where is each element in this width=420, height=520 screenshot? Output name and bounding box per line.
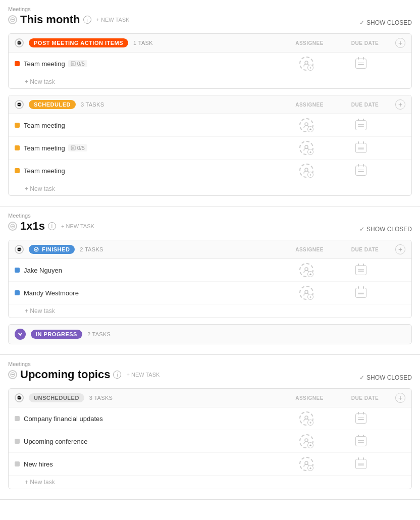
- due-cell[interactable]: [336, 120, 386, 130]
- calendar-icon[interactable]: [355, 265, 366, 275]
- section-1x1s: Meetings 1x1s i + NEW TASK ✓ SHOW CLOSED: [0, 206, 420, 355]
- subtask-badge: 0/5: [68, 60, 87, 67]
- new-task-inline-2[interactable]: + New task: [9, 182, 411, 195]
- add-col-btn-4[interactable]: +: [395, 393, 405, 403]
- calendar-icon[interactable]: [355, 59, 366, 69]
- avatar-plus-icon: +: [307, 172, 313, 178]
- svg-point-27: [305, 416, 308, 419]
- avatar-add[interactable]: +: [299, 457, 313, 471]
- col-due-label-1: DUE DATE: [340, 40, 390, 46]
- avatar-add[interactable]: +: [299, 141, 313, 155]
- col-due-label-3: DUE DATE: [340, 247, 390, 252]
- avatar-add[interactable]: +: [299, 263, 313, 277]
- calendar-icon[interactable]: [355, 288, 366, 298]
- new-task-btn-2[interactable]: + NEW TASK: [59, 222, 96, 230]
- avatar-add[interactable]: +: [299, 411, 313, 426]
- assignee-cell[interactable]: +: [281, 164, 332, 178]
- task-dot: [15, 61, 20, 66]
- assignee-cell[interactable]: +: [281, 118, 332, 132]
- calendar-icon[interactable]: [355, 120, 366, 130]
- assignee-cell[interactable]: +: [281, 411, 332, 426]
- due-cell[interactable]: [336, 459, 386, 469]
- tasks-count-unscheduled: 3 TASKS: [89, 395, 113, 401]
- info-icon-3[interactable]: i: [113, 371, 121, 379]
- col-assignee-label-4: ASSIGNEE: [284, 395, 335, 401]
- task-name: Company financial updates: [24, 415, 277, 423]
- avatar-add[interactable]: +: [299, 164, 313, 178]
- collapse-btn-2[interactable]: [8, 222, 17, 231]
- task-name: New hires: [24, 460, 277, 468]
- due-cell[interactable]: [336, 166, 386, 176]
- info-icon-2[interactable]: i: [48, 222, 56, 230]
- new-task-btn-3[interactable]: + NEW TASK: [124, 371, 162, 379]
- col-assignee-label-3: ASSIGNEE: [284, 247, 335, 252]
- assignee-cell[interactable]: +: [281, 141, 332, 155]
- group-header-unscheduled: UNSCHEDULED 3 TASKS ASSIGNEE DUE DATE +: [9, 389, 411, 407]
- info-icon-1[interactable]: i: [83, 16, 91, 24]
- avatar-plus-icon: +: [307, 65, 313, 71]
- avatar-add[interactable]: +: [299, 286, 313, 300]
- svg-point-7: [305, 61, 308, 64]
- assignee-cell[interactable]: +: [281, 286, 332, 300]
- calendar-icon[interactable]: [355, 436, 366, 446]
- task-row: Upcoming conference +: [9, 430, 411, 453]
- task-row: Mandy Westmoore +: [9, 282, 411, 304]
- assignee-cell[interactable]: +: [281, 434, 332, 448]
- tasks-count-post-meeting: 1 TASK: [133, 40, 153, 46]
- avatar-add[interactable]: +: [299, 118, 313, 132]
- section-title-1: This month: [20, 13, 80, 26]
- show-closed-btn-1[interactable]: ✓ SHOW CLOSED: [359, 19, 412, 26]
- avatar-plus-icon: +: [307, 294, 313, 300]
- task-dot: [15, 168, 20, 173]
- col-assignee-label-1: ASSIGNEE: [284, 40, 335, 46]
- calendar-icon[interactable]: [355, 166, 366, 176]
- due-cell[interactable]: [336, 59, 386, 69]
- collapse-btn-3[interactable]: [8, 370, 17, 379]
- task-dot: [15, 416, 20, 421]
- col-due-label-4: DUE DATE: [340, 395, 390, 401]
- task-name: Team meeting 0/5: [24, 60, 277, 68]
- svg-rect-4: [71, 62, 75, 66]
- show-closed-btn-3[interactable]: ✓ SHOW CLOSED: [359, 374, 412, 381]
- new-task-inline-4[interactable]: + New task: [9, 476, 411, 489]
- group-collapse-finished[interactable]: [15, 245, 24, 254]
- add-col-btn-2[interactable]: +: [395, 99, 405, 110]
- new-task-inline-3[interactable]: + New task: [9, 304, 411, 318]
- calendar-icon[interactable]: [355, 459, 366, 469]
- assignee-cell[interactable]: +: [281, 457, 332, 471]
- due-cell[interactable]: [336, 265, 386, 275]
- expand-btn-in-progress[interactable]: [15, 329, 26, 340]
- svg-rect-11: [71, 146, 75, 150]
- task-row: Team meeting 0/5 +: [9, 137, 411, 160]
- avatar-plus-icon: +: [307, 442, 313, 448]
- due-cell[interactable]: [336, 413, 386, 424]
- group-header-scheduled: SCHEDULED 3 TASKS ASSIGNEE DUE DATE +: [9, 95, 411, 114]
- assignee-cell[interactable]: +: [281, 57, 332, 71]
- assignee-cell[interactable]: +: [281, 263, 332, 277]
- task-row: Team meeting +: [9, 160, 411, 182]
- task-name: Jake Nguyen: [24, 267, 277, 274]
- new-task-btn-1[interactable]: + NEW TASK: [94, 16, 132, 24]
- group-collapse-post-meeting[interactable]: [15, 38, 24, 47]
- add-col-btn-1[interactable]: +: [395, 38, 405, 48]
- badge-post-meeting: POST MEETING ACTION ITEMS: [29, 38, 128, 47]
- due-cell[interactable]: [336, 288, 386, 298]
- calendar-icon[interactable]: [355, 413, 366, 424]
- meetings-label-2: Meetings: [8, 213, 96, 219]
- badge-unscheduled: UNSCHEDULED: [29, 393, 84, 402]
- due-cell[interactable]: [336, 143, 386, 153]
- add-col-btn-3[interactable]: +: [395, 244, 405, 254]
- collapse-btn-1[interactable]: [8, 15, 17, 24]
- avatar-add[interactable]: +: [299, 57, 313, 71]
- show-closed-btn-2[interactable]: ✓ SHOW CLOSED: [359, 226, 412, 233]
- task-dot: [15, 439, 20, 444]
- task-name: Team meeting: [24, 167, 277, 175]
- due-cell[interactable]: [336, 436, 386, 446]
- avatar-add[interactable]: +: [299, 434, 313, 448]
- group-collapse-scheduled[interactable]: [15, 100, 24, 109]
- task-dot: [15, 461, 20, 466]
- avatar-plus-icon: +: [307, 271, 313, 277]
- new-task-inline-1[interactable]: + New task: [9, 75, 411, 88]
- calendar-icon[interactable]: [355, 143, 366, 153]
- group-collapse-unscheduled[interactable]: [15, 393, 24, 402]
